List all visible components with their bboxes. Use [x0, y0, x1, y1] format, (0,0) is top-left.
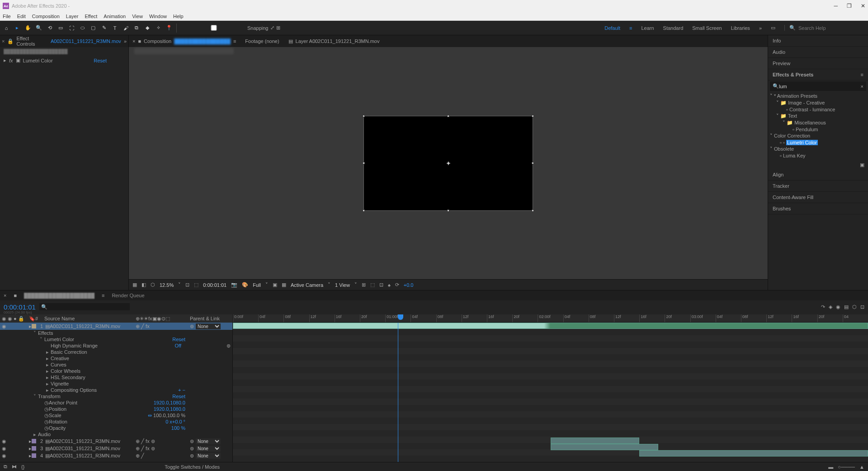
content-aware-fill-tab[interactable]: Content-Aware Fill — [768, 192, 868, 203]
prop-compositing-options[interactable]: Compositing Options — [51, 387, 97, 393]
visibility-icon[interactable]: ◉ — [2, 324, 7, 329]
layer-bar[interactable] — [639, 450, 868, 457]
roto-tool-icon[interactable]: ✧ — [154, 24, 163, 33]
timeline-icon[interactable]: ⊡ — [379, 282, 383, 288]
twirl-icon[interactable]: ▸ — [46, 349, 49, 355]
current-timecode[interactable]: 0:00:01:01 — [4, 303, 36, 311]
stopwatch-icon[interactable]: ◷ — [44, 425, 49, 431]
info-panel-tab[interactable]: Info — [768, 35, 868, 47]
menu-animation[interactable]: Animation — [104, 14, 126, 19]
parent-select[interactable]: None — [196, 324, 221, 329]
camera-tool-icon[interactable]: ⛶ — [67, 24, 76, 33]
shape-tool-icon[interactable]: ▢ — [89, 24, 98, 33]
zoom-slider[interactable]: ○──── — [838, 464, 855, 470]
twirl-icon[interactable]: ˅ — [776, 113, 779, 119]
handle-br[interactable] — [532, 209, 534, 212]
label-color[interactable] — [32, 446, 36, 451]
menu-composition[interactable]: Composition — [32, 14, 60, 19]
lock-icon[interactable]: 🔒 — [7, 38, 14, 44]
pixel-aspect-icon[interactable]: ⊞ — [362, 282, 366, 288]
panel-close-icon[interactable]: × — [2, 38, 5, 44]
prop-basic-correction[interactable]: Basic Correction — [51, 349, 87, 355]
draft-3d-icon[interactable]: ⊡ — [860, 304, 864, 310]
prop-audio[interactable]: Audio — [38, 432, 51, 437]
label-color[interactable] — [32, 453, 36, 458]
clone-tool-icon[interactable]: ⧉ — [132, 24, 141, 33]
menu-layer[interactable]: Layer — [66, 14, 79, 19]
menu-window[interactable]: Window — [149, 14, 167, 19]
orbit-tool-icon[interactable]: ⟲ — [45, 24, 54, 33]
source-name-column[interactable]: Source Name — [44, 316, 75, 321]
pickwhip-icon[interactable]: ⊚ — [190, 453, 194, 459]
roi-icon[interactable]: ▣ — [273, 282, 277, 288]
tree-pendulum[interactable]: Pendulum — [796, 127, 818, 132]
hand-tool-icon[interactable]: ✋ — [24, 24, 33, 33]
pickwhip-icon[interactable]: ⊚ — [190, 438, 194, 444]
transform-reset[interactable]: Reset — [172, 394, 185, 399]
twirl-icon[interactable]: ▸ — [33, 432, 36, 438]
new-bin-icon[interactable]: ▣ — [860, 162, 864, 167]
render-queue-tab[interactable]: Render Queue — [112, 293, 144, 298]
twirl-icon[interactable]: ˅ — [770, 93, 773, 99]
lumetri-reset[interactable]: Reset — [172, 337, 185, 342]
prop-transform[interactable]: Transform — [38, 394, 61, 399]
tree-luma-key[interactable]: Luma Key — [783, 153, 806, 158]
zoom-tool-icon[interactable]: 🔍 — [34, 24, 43, 33]
camera-dropdown-icon[interactable]: ˅ — [328, 282, 330, 288]
effects-presets-tab[interactable]: Effects & Presets ≡ — [768, 69, 868, 81]
handle-tc[interactable] — [447, 115, 449, 117]
toggle-switches-modes[interactable]: Toggle Switches / Modes — [165, 464, 220, 470]
twirl-icon[interactable]: ˅ — [783, 120, 785, 125]
graph-editor-icon[interactable]: ▤ — [844, 304, 849, 310]
track-panel[interactable]: 0:00f 04f 08f 12f 16f 20f 01:00f 04f 08f… — [233, 314, 868, 462]
reset-exposure-icon[interactable]: ⟳ — [395, 282, 399, 288]
handle-tl[interactable] — [363, 115, 365, 117]
tree-text[interactable]: Text — [788, 113, 797, 119]
fx-icon[interactable]: fx — [9, 58, 13, 63]
handle-ml[interactable] — [363, 162, 365, 164]
prop-creative[interactable]: Creative — [51, 356, 69, 361]
zoom-value[interactable]: 12.5% — [160, 282, 174, 288]
position-value[interactable]: 1920.0,1080.0 — [154, 406, 185, 412]
brainstorm-icon[interactable]: ⬡ — [852, 304, 857, 310]
anchor-icon[interactable]: ✦ — [446, 160, 451, 167]
tree-obsolete[interactable]: Obsolete — [774, 146, 794, 152]
twirl-icon[interactable]: ˅ — [776, 100, 779, 105]
view-dropdown-icon[interactable]: ˅ — [354, 282, 357, 288]
clear-search-icon[interactable]: × — [861, 84, 863, 89]
prop-curves[interactable]: Curves — [51, 362, 66, 367]
stopwatch-icon[interactable]: ◷ — [44, 406, 49, 412]
pickwhip-icon[interactable]: ⊚ — [190, 446, 194, 452]
motion-blur-icon[interactable]: ◉ — [836, 304, 840, 310]
menu-view[interactable]: View — [132, 14, 143, 19]
zoom-in-icon[interactable]: ▲ — [859, 464, 864, 470]
effect-visibility-icon[interactable]: ▣ — [16, 57, 20, 63]
twirl-icon[interactable]: ▸ — [4, 57, 6, 63]
tree-contrast-luminance[interactable]: Contrast - luminance — [789, 107, 835, 112]
prop-vignette[interactable]: Vignette — [51, 381, 69, 386]
panel-menu-icon[interactable]: » — [124, 38, 127, 44]
snapping-grid-icon[interactable]: ⊞ — [276, 25, 280, 31]
comp-opt-add[interactable]: + − — [178, 387, 185, 393]
layer-bar[interactable] — [233, 323, 868, 329]
zoom-dropdown-icon[interactable]: ˅ — [178, 282, 181, 288]
label-color[interactable] — [32, 439, 36, 443]
res-icon[interactable]: ⊡ — [185, 282, 189, 288]
frame-blend-icon[interactable]: ◈ — [829, 304, 832, 310]
tree-lumetri-color[interactable]: Lumetri Color — [786, 140, 818, 145]
handle-bl[interactable] — [363, 209, 365, 212]
expand-icon[interactable]: ⧉ — [4, 464, 7, 470]
pan-behind-icon[interactable]: ⬭ — [78, 24, 87, 33]
view-value[interactable]: 1 View — [335, 282, 350, 288]
camera-value[interactable]: Active Camera — [291, 282, 323, 288]
twirl-icon[interactable]: ˅ — [40, 337, 42, 343]
composition-viewer[interactable]: ✦ — [129, 47, 768, 279]
comp-lock-icon[interactable]: ■ — [138, 38, 141, 44]
tree-miscellaneous[interactable]: Miscellaneous — [794, 120, 826, 125]
pickwhip-icon[interactable]: ⊚ — [190, 324, 194, 329]
effects-search-input[interactable] — [779, 84, 861, 89]
twirl-icon[interactable]: ˅ — [33, 394, 36, 400]
exposure-value[interactable]: +0.0 — [404, 282, 414, 288]
canvas[interactable]: ✦ — [363, 116, 533, 211]
tree-color-correction[interactable]: Color Correction — [774, 133, 810, 138]
